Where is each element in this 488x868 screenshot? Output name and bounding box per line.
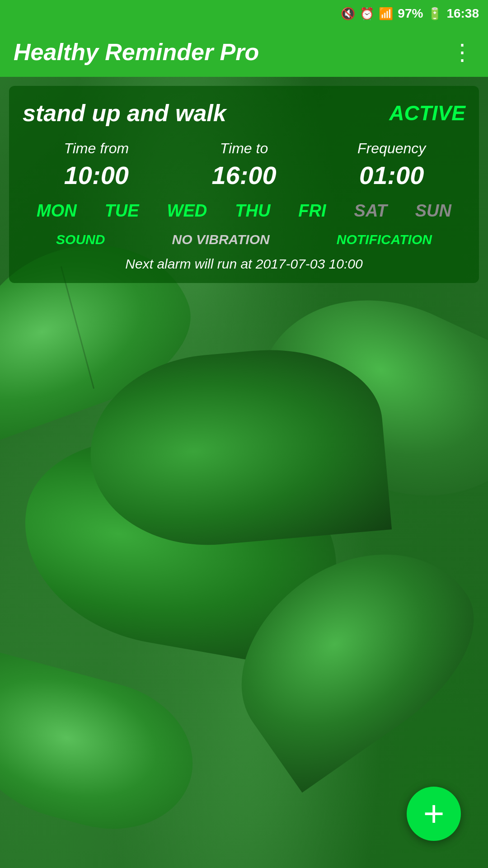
reminder-title: stand up and walk bbox=[23, 99, 226, 127]
battery-percent: 97% bbox=[398, 6, 423, 21]
settings-row: SOUND NO VIBRATION NOTIFICATION bbox=[23, 232, 465, 247]
time-to-label: Time to bbox=[170, 140, 318, 157]
time-row: Time from 10:00 Time to 16:00 Frequency … bbox=[23, 140, 465, 190]
frequency-label: Frequency bbox=[318, 140, 465, 157]
time-from-col: Time from 10:00 bbox=[23, 140, 170, 190]
battery-icon: 🔋 bbox=[427, 7, 442, 21]
overflow-menu-button[interactable]: ⋮ bbox=[451, 39, 474, 65]
frequency-col: Frequency 01:00 bbox=[318, 140, 465, 190]
alarm-icon: ⏰ bbox=[360, 7, 374, 21]
add-icon: + bbox=[423, 796, 445, 832]
reminder-card[interactable]: stand up and walk ACTIVE Time from 10:00… bbox=[9, 86, 479, 283]
clock: 16:38 bbox=[446, 6, 479, 21]
day-sat[interactable]: SAT bbox=[354, 199, 387, 223]
next-alarm-text: Next alarm will run at 2017-07-03 10:00 bbox=[23, 256, 465, 272]
day-wed[interactable]: WED bbox=[167, 199, 207, 223]
add-reminder-button[interactable]: + bbox=[407, 787, 461, 841]
time-to-col: Time to 16:00 bbox=[170, 140, 318, 190]
day-fri[interactable]: FRI bbox=[298, 199, 326, 223]
time-from-label: Time from bbox=[23, 140, 170, 157]
day-tue[interactable]: TUE bbox=[105, 199, 139, 223]
days-row: MON TUE WED THU FRI SAT SUN bbox=[23, 199, 465, 223]
app-bar: Healthy Reminder Pro ⋮ bbox=[0, 27, 488, 77]
status-icons: 🔇 ⏰ 📶 97% 🔋 16:38 bbox=[341, 6, 479, 21]
time-to-value: 16:00 bbox=[170, 160, 318, 190]
day-sun[interactable]: SUN bbox=[415, 199, 451, 223]
day-thu[interactable]: THU bbox=[235, 199, 270, 223]
card-header: stand up and walk ACTIVE bbox=[23, 99, 465, 127]
mute-icon: 🔇 bbox=[341, 7, 355, 21]
status-bar: 🔇 ⏰ 📶 97% 🔋 16:38 bbox=[0, 0, 488, 27]
day-mon[interactable]: MON bbox=[37, 199, 77, 223]
notification-setting[interactable]: NOTIFICATION bbox=[337, 232, 432, 247]
app-title: Healthy Reminder Pro bbox=[14, 38, 259, 66]
sound-setting[interactable]: SOUND bbox=[56, 232, 105, 247]
frequency-value: 01:00 bbox=[318, 160, 465, 190]
vibration-setting[interactable]: NO VIBRATION bbox=[172, 232, 270, 247]
time-from-value: 10:00 bbox=[23, 160, 170, 190]
signal-icon: 📶 bbox=[379, 7, 393, 21]
active-status-badge: ACTIVE bbox=[389, 101, 465, 125]
